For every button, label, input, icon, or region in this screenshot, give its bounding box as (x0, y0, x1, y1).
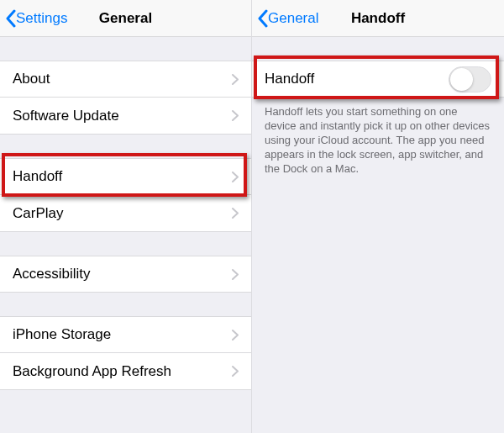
row-background-app-refresh[interactable]: Background App Refresh (0, 353, 251, 390)
row-software-update[interactable]: Software Update (0, 98, 251, 135)
navbar: General Handoff (252, 0, 504, 37)
row-accessibility[interactable]: Accessibility (0, 256, 251, 293)
handoff-toggle[interactable] (449, 66, 491, 92)
toggle-knob (450, 68, 473, 91)
group-storage: iPhone Storage Background App Refresh (0, 316, 251, 390)
chevron-right-icon (232, 172, 239, 182)
handoff-settings-pane: General Handoff Handoff Handoff lets you… (252, 0, 504, 433)
row-label: iPhone Storage (13, 326, 232, 343)
row-handoff-toggle[interactable]: Handoff (252, 61, 504, 98)
row-label: Handoff (13, 168, 232, 185)
chevron-left-icon (257, 9, 268, 28)
back-label: General (268, 10, 318, 27)
row-label: Accessibility (13, 266, 232, 283)
group-continuity: Handoff CarPlay (0, 158, 251, 232)
back-label: Settings (16, 10, 67, 27)
row-label: Handoff (265, 71, 449, 87)
row-carplay[interactable]: CarPlay (0, 195, 251, 232)
row-label: Software Update (13, 108, 232, 124)
chevron-right-icon (232, 110, 239, 121)
row-handoff[interactable]: Handoff (0, 158, 251, 195)
navbar: Settings General (0, 0, 251, 37)
row-iphone-storage[interactable]: iPhone Storage (0, 316, 251, 353)
handoff-description: Handoff lets you start something on one … (252, 98, 504, 176)
row-label: CarPlay (13, 205, 232, 222)
back-button[interactable]: General (252, 9, 318, 28)
row-label: About (13, 71, 232, 87)
back-button[interactable]: Settings (0, 9, 67, 28)
chevron-right-icon (232, 208, 239, 219)
general-settings-pane: Settings General About Software Update H… (0, 0, 252, 433)
group-device: About Software Update (0, 61, 251, 135)
row-about[interactable]: About (0, 61, 251, 98)
chevron-left-icon (5, 9, 16, 28)
group-handoff-toggle: Handoff (252, 61, 504, 98)
group-accessibility: Accessibility (0, 256, 251, 293)
chevron-right-icon (232, 74, 239, 85)
chevron-right-icon (232, 330, 239, 341)
chevron-right-icon (232, 366, 239, 377)
row-label: Background App Refresh (13, 363, 232, 380)
chevron-right-icon (232, 269, 239, 280)
